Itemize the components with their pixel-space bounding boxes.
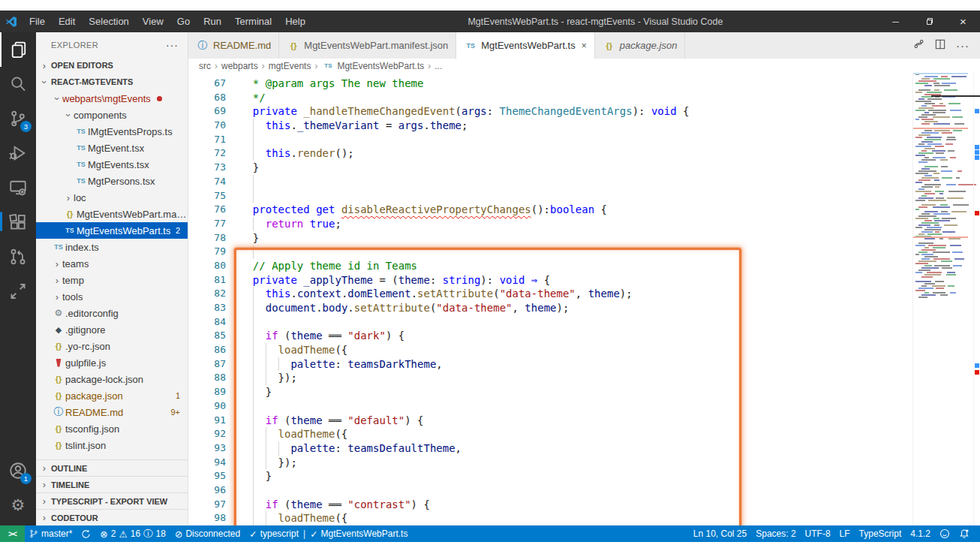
editor-more-actions-icon[interactable]: ··· [956,39,969,52]
tree-item-teams[interactable]: ›teams [36,255,188,272]
close-tab-icon[interactable]: × [582,41,587,51]
code-area[interactable]: 67 * @param args The new theme68 */69 pr… [188,73,980,525]
restore-button[interactable] [912,11,946,32]
run-debug-icon[interactable] [0,136,36,170]
github-pull-requests-icon[interactable] [0,239,36,274]
menu-help[interactable]: Help [278,16,312,27]
open-changes-icon[interactable] [913,38,924,53]
tree-item-temp[interactable]: ›temp [36,272,188,288]
explorer-icon[interactable] [0,32,36,67]
git-branch-item[interactable]: master* [25,528,77,539]
code-line-84[interactable]: 84 [188,315,912,330]
source-control-icon[interactable]: 3 [0,101,36,136]
tree-item-MgtEvent.tsx[interactable]: TSMgtEvent.tsx [36,140,188,156]
tree-item-MgtPersons.tsx[interactable]: TSMgtPersons.tsx [36,173,188,189]
tree-item-gulpfile.js[interactable]: gulpfile.js [36,354,188,371]
breadcrumb[interactable]: src›webparts›mgtEvents›TSMgtEventsWebPar… [188,59,980,73]
tree-item-components[interactable]: ›components [36,107,188,123]
tree-item-.gitignore[interactable]: ◆.gitignore [36,321,188,338]
menu-run[interactable]: Run [197,16,228,27]
tree-item-index.ts[interactable]: TSindex.ts [36,239,188,255]
code-line-89[interactable]: 89 } [188,385,912,399]
code-line-83[interactable]: 83 document.body.setAttribute("data-them… [188,301,912,315]
code-line-79[interactable]: 79 [188,245,912,259]
search-icon[interactable] [0,67,36,101]
encoding-item[interactable]: UTF-8 [801,528,835,539]
code-line-78[interactable]: 78 } [188,231,912,245]
code-line-71[interactable]: 71 [188,133,912,147]
code-line-69[interactable]: 69 private _handleThemeChangedEvent(args… [188,104,912,119]
tab-package.json[interactable]: {}package.json [595,32,686,59]
problems-item[interactable]: ⊗2 ⚠16 ⓘ18 [95,528,170,540]
code-line-93[interactable]: 93 palette: teamsDefaultTheme, [188,441,912,456]
settings-gear-icon[interactable]: ⚙ [0,488,36,522]
tree-item-tsconfig.json[interactable]: {}tsconfig.json [36,420,188,437]
tree-item-webparts\mgtEvents[interactable]: ›webparts\mgtEvents [36,90,188,107]
code-line-72[interactable]: 72 this.render(); [188,146,912,161]
code-line-96[interactable]: 96 [188,483,912,498]
section-codetour[interactable]: ›CODETOUR [36,509,188,525]
code-line-88[interactable]: 88 }); [188,371,912,385]
code-line-91[interactable]: 91 if (theme ══ "default") { [188,414,912,428]
code-line-86[interactable]: 86 loadTheme({ [188,343,912,357]
cursor-position-item[interactable]: Ln 10, Col 25 [689,528,751,539]
tree-item-tslint.json[interactable]: {}tslint.json [36,437,188,453]
code-line-97[interactable]: 97 if (theme ══ "contrast") { [188,498,912,512]
menu-selection[interactable]: Selection [82,16,135,27]
language-mode-item[interactable]: TypeScript [855,528,906,539]
remote-indicator[interactable]: >< [0,525,25,542]
breadcrumb-mgtEvents[interactable]: mgtEvents [269,61,311,71]
tree-item-package.json[interactable]: {}package.json1 [36,387,188,404]
menu-file[interactable]: File [23,16,52,27]
remote-explorer-icon[interactable] [0,170,36,205]
tree-item-package-lock.json[interactable]: {}package-lock.json [36,371,188,387]
account-icon[interactable]: 1 [0,453,36,488]
breadcrumb-webparts[interactable]: webparts [221,61,258,71]
menu-terminal[interactable]: Terminal [228,16,278,27]
tab-README.md[interactable]: ⓘREADME.md [188,32,279,59]
menu-view[interactable]: View [136,16,170,27]
code-line-75[interactable]: 75 [188,189,912,203]
tree-item-MgtEvents.tsx[interactable]: TSMgtEvents.tsx [36,156,188,173]
menu-edit[interactable]: Edit [52,16,82,27]
project-root-section[interactable]: › REACT-MGTEVENTS [36,74,188,90]
tree-item-.yo-rc.json[interactable]: {}.yo-rc.json [36,338,188,354]
tab-MgtEventsWebPart.ts[interactable]: TSMgtEventsWebPart.ts× [456,32,595,59]
open-editors-section[interactable]: › OPEN EDITORS [36,57,188,74]
code-line-94[interactable]: 94 }); [188,456,912,470]
tree-item-MgtEventsWebPart.manif...[interactable]: {}MgtEventsWebPart.manif... [36,206,188,222]
code-line-87[interactable]: 87 palette: teamsDarkTheme, [188,357,912,372]
disconnected-item[interactable]: ⊘ Disconnected [170,528,245,540]
indentation-item[interactable]: Spaces: 2 [751,528,800,539]
code-line-85[interactable]: 85 if (theme ══ "dark") { [188,329,912,343]
live-share-icon[interactable] [0,274,36,309]
typescript-status-item[interactable]: ✓ typescript | ✓ MgtEventsWebPart.ts [245,528,412,540]
tree-item-tools[interactable]: ›tools [36,288,188,305]
code-line-92[interactable]: 92 loadTheme({ [188,427,912,441]
menu-go[interactable]: Go [170,16,197,27]
section-typescript-export-view[interactable]: ›TYPESCRIPT - EXPORT VIEW [36,492,188,509]
code-line-81[interactable]: 81 private _applyTheme = (theme: string)… [188,273,912,288]
minimap[interactable] [912,73,968,525]
code-line-74[interactable]: 74 [188,175,912,189]
feedback-icon[interactable] [935,528,954,539]
code-line-68[interactable]: 68 */ [188,91,912,105]
tree-item-IMgtEventsProps.ts[interactable]: TSIMgtEventsProps.ts [36,123,188,140]
code-line-95[interactable]: 95 } [188,469,912,483]
extensions-icon[interactable] [0,205,36,239]
section-timeline[interactable]: ›TIMELINE [36,476,188,492]
close-button[interactable]: × [946,11,980,32]
notifications-bell-icon[interactable] [954,528,974,539]
split-editor-icon[interactable] [935,39,945,53]
code-line-73[interactable]: 73 } [188,161,912,175]
minimize-button[interactable]: ─ [879,11,912,32]
section-outline[interactable]: ›OUTLINE [36,459,188,476]
tree-item-.editorconfig[interactable]: ⚙.editorconfig [36,305,188,321]
code-line-82[interactable]: 82 this.context.domElement.setAttribute(… [188,287,912,301]
code-line-67[interactable]: 67 * @param args The new theme [188,77,912,91]
code-line-90[interactable]: 90 [188,399,912,414]
version-item[interactable]: 4.1.2 [906,528,935,539]
code-line-77[interactable]: 77 return true; [188,217,912,231]
tree-item-loc[interactable]: ›loc [36,189,188,206]
eol-item[interactable]: LF [835,528,855,539]
